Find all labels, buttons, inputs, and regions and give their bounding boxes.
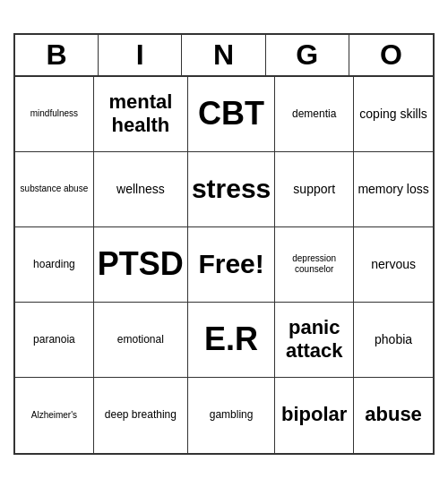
cell-label: depression counselor (279, 253, 349, 275)
bingo-cell[interactable]: memory loss (354, 152, 433, 227)
bingo-cell[interactable]: panic attack (275, 303, 354, 378)
cell-label: nervous (371, 257, 416, 272)
cell-label: phobia (375, 332, 412, 347)
bingo-cell[interactable]: abuse (354, 378, 433, 453)
bingo-header: BINGO (15, 35, 433, 77)
cell-label: mental health (98, 90, 184, 138)
cell-label: support (293, 182, 335, 197)
header-letter: I (99, 35, 182, 75)
cell-label: memory loss (358, 182, 428, 197)
cell-label: substance abuse (21, 184, 89, 194)
cell-label: deep breathing (105, 408, 177, 421)
cell-label: abuse (365, 403, 422, 426)
cell-label: paranoia (33, 333, 75, 346)
bingo-cell[interactable]: Free! (188, 227, 275, 303)
bingo-cell[interactable]: wellness (94, 152, 188, 227)
bingo-cell[interactable]: paranoia (15, 303, 94, 378)
cell-label: emotional (117, 333, 164, 346)
header-letter: B (15, 35, 99, 75)
cell-label: CBT (198, 94, 264, 132)
cell-label: hoarding (33, 258, 75, 270)
bingo-cell[interactable]: bipolar (275, 378, 354, 453)
cell-label: bipolar (281, 403, 347, 426)
bingo-cell[interactable]: deep breathing (94, 378, 188, 453)
bingo-cell[interactable]: E.R (188, 303, 275, 378)
cell-label: mindfulness (30, 108, 78, 119)
bingo-cell[interactable]: mindfulness (15, 77, 94, 152)
bingo-cell[interactable]: dementia (275, 77, 354, 152)
bingo-cell[interactable]: depression counselor (275, 227, 354, 303)
bingo-grid: mindfulnessmental healthCBTdementiacopin… (15, 77, 433, 453)
bingo-card: BINGO mindfulnessmental healthCBTdementi… (13, 33, 435, 455)
bingo-cell[interactable]: hoarding (15, 227, 94, 303)
cell-label: stress (192, 173, 271, 205)
bingo-cell[interactable]: phobia (354, 303, 433, 378)
bingo-cell[interactable]: CBT (188, 77, 275, 152)
cell-label: gambling (210, 408, 254, 421)
bingo-cell[interactable]: gambling (188, 378, 275, 453)
cell-label: Alzheimer's (31, 410, 77, 421)
bingo-cell[interactable]: emotional (94, 303, 188, 378)
bingo-cell[interactable]: PTSD (94, 227, 188, 303)
cell-label: panic attack (279, 316, 349, 363)
cell-label: dementia (292, 107, 336, 120)
bingo-cell[interactable]: support (275, 152, 354, 227)
bingo-cell[interactable]: nervous (354, 227, 433, 303)
bingo-cell[interactable]: stress (188, 152, 275, 227)
cell-label: E.R (204, 320, 258, 358)
cell-label: coping skills (359, 107, 426, 122)
bingo-cell[interactable]: Alzheimer's (15, 378, 94, 453)
cell-label: PTSD (98, 244, 184, 283)
bingo-cell[interactable]: substance abuse (15, 152, 94, 227)
bingo-cell[interactable]: mental health (94, 77, 188, 152)
bingo-cell[interactable]: coping skills (354, 77, 433, 152)
cell-label: wellness (116, 182, 165, 197)
header-letter: N (182, 35, 265, 75)
cell-label: Free! (198, 248, 263, 280)
header-letter: O (349, 35, 433, 75)
header-letter: G (266, 35, 349, 75)
